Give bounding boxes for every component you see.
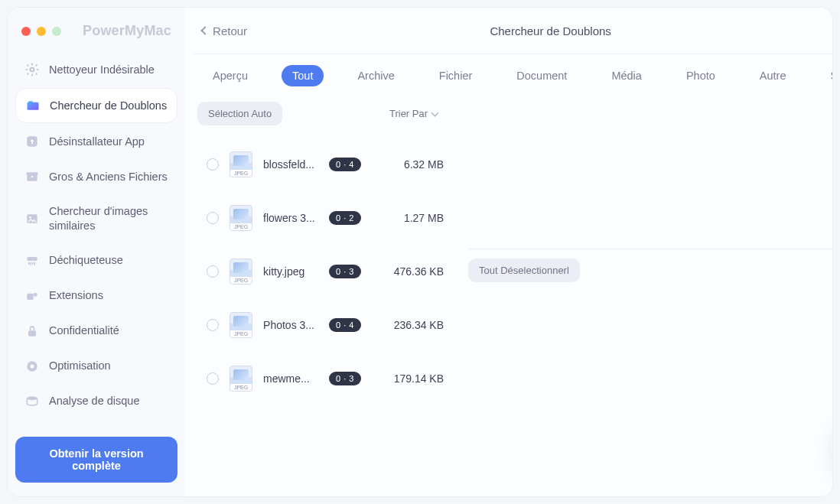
extensions-icon [24,288,40,304]
deselect-all-button[interactable]: Tout Déselectionnerl [468,259,580,282]
format-label: JPEG [234,277,248,284]
disk-icon [24,394,40,409]
svg-rect-11 [28,330,36,337]
format-label: JPEG [234,330,248,337]
file-thumbnail: JPEG [230,259,252,285]
sidebar-item-junk-cleaner[interactable]: Nettoyeur Indésirable [15,53,177,86]
list-item[interactable]: JPEG kitty.jpeg 0 · 3 476.36 KB [193,245,453,298]
count-badge: 0 · 3 [329,372,361,385]
file-list[interactable]: JPEG blossfeld... 0 · 4 6.32 MB JPEG flo… [193,138,453,496]
sidebar-item-label: Chercheur de Doublons [50,99,167,113]
list-item[interactable]: JPEG blossfeld... 0 · 4 6.32 MB [193,138,453,191]
back-label: Retour [213,24,247,37]
close-dot[interactable] [21,27,31,36]
tab-overview[interactable]: Aperçu [202,65,259,86]
file-thumbnail: JPEG [230,151,252,177]
content-area: Sélection Auto Trier Par JPEG blossfeld.… [185,97,832,496]
tab-all[interactable]: Tout [282,65,324,86]
minimize-dot[interactable] [37,27,46,36]
app-window: PowerMyMac Nettoyeur Indésirable Cherche… [8,8,832,496]
main-panel: Retour Chercheur de Doublons ? Aperçu To… [185,8,832,496]
count-badge: 0 · 4 [329,318,361,332]
sidebar-item-disk-analyzer[interactable]: Analyse de disque [15,385,177,418]
file-thumbnail: JPEG [230,366,252,392]
row-checkbox[interactable] [207,319,219,331]
sidebar-item-privacy[interactable]: Confidentialité [15,314,177,348]
file-name: Photos 3... [263,319,318,331]
svg-rect-5 [31,176,33,177]
svg-point-10 [34,293,37,297]
back-button[interactable]: Retour [202,24,247,37]
format-label: JPEG [234,223,248,230]
file-name: blossfeld... [263,158,318,171]
tab-archive[interactable]: Archive [347,65,405,86]
sidebar-item-label: Désinstallateur App [49,135,145,149]
svg-rect-1 [28,102,39,110]
sort-by-dropdown[interactable]: Trier Par [389,108,445,119]
list-item[interactable]: JPEG flowers 3... 0 · 2 1.27 MB [193,191,453,245]
sidebar-item-label: Nettoyeur Indésirable [49,63,155,77]
sidebar-item-label: Optimisation [49,359,111,373]
duplicates-list-pane: Sélection Auto Trier Par JPEG blossfeld.… [193,97,453,496]
list-controls: Sélection Auto Trier Par [193,97,453,138]
format-label: JPEG [234,384,248,391]
get-full-version-button[interactable]: Obtenir la version complète [15,437,177,483]
sidebar-item-large-old-files[interactable]: Gros & Anciens Fichiers [15,160,177,193]
sidebar-item-optimization[interactable]: Optimisation [15,350,177,383]
file-thumbnail: JPEG [230,205,252,231]
file-name: mewme... [263,372,318,385]
sidebar-item-label: Analyse de disque [49,394,140,408]
tab-document[interactable]: Document [506,65,578,86]
svg-rect-4 [27,172,38,174]
category-tabs: Aperçu Tout Archive Fichier Document Méd… [185,54,832,97]
preview-area [468,97,832,249]
row-checkbox[interactable] [207,372,219,385]
count-badge: 0 · 3 [329,265,361,278]
list-item[interactable]: JPEG mewme... 0 · 3 179.14 KB [193,352,453,405]
count-badge: 0 · 4 [329,158,361,171]
sidebar-item-duplicate-finder[interactable]: Chercheur de Doublons [15,88,177,123]
sidebar-item-label: Déchiqueteuse [49,253,123,268]
file-size: 476.36 KB [381,265,444,278]
sidebar-item-similar-images[interactable]: Chercheur d'images similaires [15,195,177,242]
tab-media[interactable]: Média [601,65,653,86]
sidebar-item-shredder[interactable]: Déchiqueteuse [15,244,177,278]
row-checkbox[interactable] [207,158,219,171]
auto-select-button[interactable]: Sélection Auto [197,102,282,125]
file-thumbnail: JPEG [230,312,252,338]
svg-point-7 [29,216,31,219]
count-badge: 0 · 2 [329,211,361,225]
file-size: 6.32 MB [381,158,444,171]
sidebar-item-label: Gros & Anciens Fichiers [49,170,168,184]
file-name: flowers 3... [263,212,318,224]
sidebar-item-app-uninstaller[interactable]: Désinstallateur App [15,125,177,158]
sidebar-item-extensions[interactable]: Extensions [15,279,177,313]
app-title: PowerMyMac [83,23,171,39]
tab-selected[interactable]: Sélectionné [819,65,832,86]
row-checkbox[interactable] [207,212,219,224]
image-icon [24,211,40,226]
tab-other[interactable]: Autre [749,65,797,86]
detail-list [468,291,832,496]
svg-rect-3 [27,174,37,181]
svg-point-13 [31,364,34,368]
maximize-dot[interactable] [52,27,61,36]
row-checkbox[interactable] [207,265,219,278]
window-controls: PowerMyMac [15,18,177,53]
file-size: 179.14 KB [381,372,444,385]
optimize-icon [24,359,40,374]
tab-photo[interactable]: Photo [676,65,726,86]
svg-rect-8 [27,257,37,261]
file-size: 1.27 MB [381,212,444,224]
file-name: kitty.jpeg [263,265,318,278]
tab-file[interactable]: Fichier [428,65,483,86]
page-title: Chercheur de Doublons [490,24,610,37]
sidebar: PowerMyMac Nettoyeur Indésirable Cherche… [8,8,185,496]
sort-label: Trier Par [389,108,428,119]
list-item[interactable]: JPEG Photos 3... 0 · 4 236.34 KB [193,298,453,352]
lock-icon [24,324,40,339]
archive-box-icon [24,169,40,184]
details-pane: Tout Déselectionnerl Trier Par [453,97,832,496]
sidebar-item-label: Chercheur d'images similaires [49,204,168,233]
sidebar-nav: Nettoyeur Indésirable Chercheur de Doubl… [15,53,177,418]
